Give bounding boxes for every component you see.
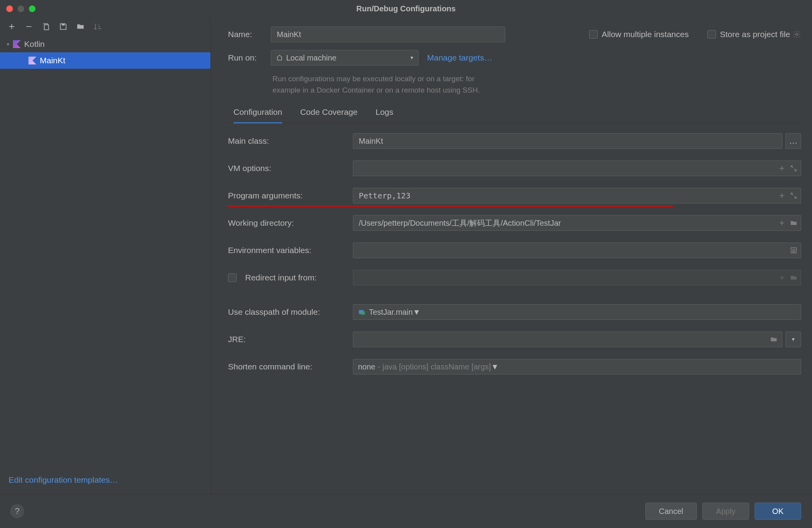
svg-rect-0 — [44, 25, 48, 30]
shorten-hint: - java [options] className [args] — [378, 362, 491, 371]
working-dir-label: Working directory: — [228, 218, 353, 228]
svg-rect-5 — [361, 311, 365, 314]
name-input[interactable] — [271, 27, 505, 42]
module-icon — [358, 308, 366, 316]
tab-configuration[interactable]: Configuration — [233, 103, 282, 123]
save-icon[interactable] — [59, 22, 68, 31]
run-on-dropdown[interactable]: Local machine ▼ — [271, 50, 418, 66]
expand-icon[interactable] — [789, 164, 798, 173]
tree-group-label: Kotlin — [24, 39, 45, 49]
bottom-bar: ? Cancel Apply OK — [0, 494, 812, 528]
run-on-value: Local machine — [286, 54, 337, 62]
kotlin-icon — [12, 40, 21, 48]
allow-multiple-checkbox[interactable] — [589, 30, 598, 39]
folder-icon[interactable] — [789, 219, 798, 227]
plus-icon[interactable] — [778, 164, 786, 173]
shorten-label: Shorten command line: — [228, 362, 353, 371]
name-label: Name: — [228, 30, 271, 39]
sidebar: ▾ Kotlin MainKt Edit configuration templ… — [0, 17, 211, 494]
run-on-hint: Run configurations may be executed local… — [272, 73, 801, 96]
config-tree[interactable]: ▾ Kotlin MainKt — [0, 34, 210, 69]
browse-class-button[interactable]: … — [785, 133, 801, 149]
classpath-dropdown[interactable]: TestJar.main ▼ — [353, 304, 801, 320]
remove-icon[interactable] — [24, 22, 34, 31]
env-vars-input[interactable] — [353, 243, 801, 258]
main-class-label: Main class: — [228, 136, 353, 146]
folder-icon[interactable] — [769, 335, 778, 344]
sort-icon[interactable] — [93, 22, 102, 31]
plus-icon[interactable] — [778, 219, 786, 227]
folder-icon[interactable] — [76, 22, 85, 31]
annotation-underline — [228, 205, 673, 207]
store-project-label: Store as project file — [720, 30, 790, 39]
tree-group-kotlin[interactable]: ▾ Kotlin — [0, 36, 210, 52]
main-class-input[interactable] — [353, 133, 782, 149]
program-args-label: Program arguments: — [228, 191, 353, 200]
form-area: Main class: … VM options: — [228, 123, 801, 494]
titlebar: Run/Debug Configurations — [0, 0, 812, 17]
plus-icon[interactable] — [778, 191, 786, 200]
expand-icon[interactable] — [789, 191, 798, 200]
maximize-window-button[interactable] — [29, 5, 36, 12]
svg-point-2 — [796, 33, 798, 36]
store-project-checkbox[interactable] — [707, 30, 716, 39]
tree-item-mainkt[interactable]: MainKt — [0, 52, 210, 69]
program-args-input[interactable] — [353, 188, 801, 203]
shorten-dropdown[interactable]: none - java [options] className [args] ▼ — [353, 359, 801, 375]
sidebar-toolbar — [0, 17, 210, 34]
folder-icon[interactable] — [789, 273, 798, 282]
shorten-value: none — [358, 362, 376, 371]
jre-dropdown-field[interactable] — [353, 332, 782, 347]
manage-targets-link[interactable]: Manage targets… — [427, 53, 492, 62]
redirect-checkbox[interactable] — [228, 273, 237, 282]
help-button[interactable]: ? — [10, 504, 24, 518]
run-on-label: Run on: — [228, 53, 271, 62]
home-icon — [276, 54, 283, 61]
vm-options-input[interactable] — [353, 161, 801, 176]
kotlin-icon — [28, 56, 37, 65]
env-vars-label: Environment variables: — [228, 246, 353, 255]
working-dir-input[interactable] — [353, 215, 801, 231]
vm-options-label: VM options: — [228, 164, 353, 173]
chevron-down-icon[interactable]: ▾ — [5, 41, 11, 47]
classpath-value: TestJar.main — [369, 308, 413, 317]
minimize-window-button[interactable] — [18, 5, 24, 12]
config-panel: Name: Allow multiple instances Store as … — [211, 17, 812, 494]
chevron-down-icon: ▼ — [413, 308, 420, 317]
chevron-down-icon: ▼ — [410, 55, 414, 61]
jre-label: JRE: — [228, 335, 353, 344]
apply-button[interactable]: Apply — [702, 503, 749, 520]
tab-code-coverage[interactable]: Code Coverage — [300, 103, 358, 123]
chevron-down-icon: ▼ — [491, 362, 499, 371]
ok-button[interactable]: OK — [755, 503, 801, 520]
cancel-button[interactable]: Cancel — [645, 503, 697, 520]
tabs: Configuration Code Coverage Logs — [228, 103, 801, 123]
close-window-button[interactable] — [6, 5, 13, 12]
tree-item-label: MainKt — [40, 56, 65, 65]
svg-rect-1 — [62, 24, 64, 26]
copy-icon[interactable] — [41, 22, 51, 31]
gear-icon[interactable] — [792, 30, 801, 39]
redirect-input[interactable] — [353, 270, 801, 285]
list-icon[interactable] — [789, 246, 798, 255]
tab-logs[interactable]: Logs — [376, 103, 394, 123]
plus-icon[interactable] — [778, 273, 786, 282]
window-title: Run/Debug Configurations — [356, 4, 456, 13]
redirect-label: Redirect input from: — [228, 273, 353, 282]
edit-templates-link[interactable]: Edit configuration templates… — [9, 475, 118, 485]
classpath-label: Use classpath of module: — [228, 307, 353, 317]
allow-multiple-label: Allow multiple instances — [602, 30, 689, 39]
jre-dropdown-button[interactable]: ▼ — [785, 332, 801, 347]
add-icon[interactable] — [7, 22, 16, 31]
